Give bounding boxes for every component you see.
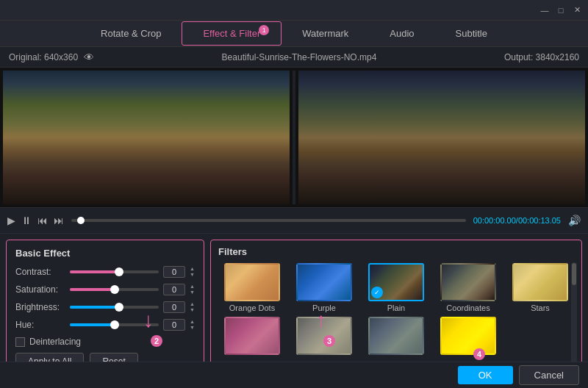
brightness-value[interactable]: 0 [163, 301, 185, 313]
maximize-button[interactable]: □ [556, 5, 566, 15]
effect-panel: Basic Effect Contrast: 0 ▲ ▼ Saturation:… [6, 240, 204, 382]
tab-effect-filter[interactable]: Effect & Filter 1 [182, 21, 282, 46]
brightness-row: Brightness: 0 ▲ ▼ [15, 301, 195, 313]
tab-watermark[interactable]: Watermark [282, 22, 369, 45]
brightness-fill [70, 306, 119, 309]
cancel-button[interactable]: Cancel [519, 365, 579, 385]
filter-label-orange-dots: Orange Dots [229, 303, 275, 312]
hue-down[interactable]: ▼ [190, 325, 195, 331]
annotation-number-3: 3 [323, 335, 335, 347]
annotation-number-4: 4 [473, 348, 485, 360]
progress-thumb[interactable] [77, 217, 85, 224]
filter-label-stars: Stars [531, 303, 550, 312]
video-preview-output [298, 71, 585, 204]
filter-label-coordinates: Coordinates [446, 303, 490, 312]
hue-label: Hue: [15, 320, 65, 330]
play-button[interactable]: ▶ [7, 215, 15, 226]
saturation-thumb[interactable] [110, 285, 119, 294]
tabs-row: Rotate & Crop Effect & Filter 1 Watermar… [0, 21, 588, 47]
hue-up[interactable]: ▲ [190, 319, 195, 325]
filter-thumb-purple[interactable] [296, 263, 352, 301]
close-button[interactable]: ✕ [572, 5, 582, 15]
contrast-slider[interactable] [70, 270, 159, 273]
filters-grid: Orange Dots Purple ✓ Plain Coordinates [218, 263, 574, 357]
contrast-fill [70, 270, 119, 273]
video-panel-original [3, 71, 290, 204]
filters-scrollbar[interactable] [571, 262, 577, 376]
saturation-down[interactable]: ▼ [190, 290, 195, 295]
filter-item-coordinates[interactable]: Coordinates [434, 263, 502, 312]
video-area [0, 68, 588, 207]
saturation-fill [70, 288, 115, 291]
output-resolution: Output: 3840x2160 [504, 52, 579, 62]
annotation-arrow-3: ↑ [316, 309, 326, 332]
eye-icon[interactable]: 👁 [84, 51, 94, 63]
filter-thumb-r2[interactable] [224, 317, 280, 355]
filter-item-stars[interactable]: Stars [506, 263, 574, 312]
saturation-value[interactable]: 0 [163, 284, 185, 295]
volume-icon[interactable]: 🔊 [568, 215, 581, 226]
tab-audio[interactable]: Audio [369, 22, 434, 45]
saturation-row: Saturation: 0 ▲ ▼ [15, 284, 195, 295]
filter-item-orange-dots[interactable]: Orange Dots [218, 263, 286, 312]
saturation-slider[interactable] [70, 288, 159, 291]
deinterlace-checkbox[interactable] [15, 337, 25, 347]
brightness-label: Brightness: [15, 302, 65, 312]
deinterlace-row: Deinterlacing [15, 337, 195, 347]
window-controls: — □ ✕ [539, 5, 582, 15]
prev-frame-button[interactable]: ⏮ [37, 215, 48, 226]
contrast-thumb[interactable] [115, 267, 123, 276]
contrast-down[interactable]: ▼ [190, 272, 195, 278]
saturation-spinner[interactable]: ▲ ▼ [190, 284, 195, 295]
file-info-bar: Original: 640x360 👁 Beautiful-Sunrise-Th… [0, 47, 588, 68]
ok-button[interactable]: OK [458, 366, 513, 384]
filter-item-purple[interactable]: Purple [290, 263, 358, 312]
filter-item-plain[interactable]: ✓ Plain [362, 263, 430, 312]
contrast-value[interactable]: 0 [163, 266, 185, 278]
video-panel-output [298, 71, 585, 204]
filter-thumb-r5[interactable] [440, 317, 496, 355]
deinterlace-label: Deinterlacing [29, 337, 81, 347]
filters-scroll-thumb[interactable] [572, 263, 576, 285]
filter-item-r4[interactable] [362, 317, 430, 357]
filename: Beautiful-Sunrise-The-Flowers-NO.mp4 [222, 52, 377, 62]
brightness-up[interactable]: ▲ [190, 301, 195, 307]
filters-panel: Filters Orange Dots Purple ✓ Plain [210, 240, 582, 382]
hue-fill [70, 323, 115, 326]
pause-button[interactable]: ⏸ [21, 215, 32, 226]
hue-spinner[interactable]: ▲ ▼ [190, 319, 195, 330]
contrast-row: Contrast: 0 ▲ ▼ [15, 266, 195, 278]
minimize-button[interactable]: — [539, 5, 550, 15]
filter-selected-check: ✓ [371, 287, 383, 298]
annotation-arrow-2: ↓ [143, 309, 154, 332]
contrast-spinner[interactable]: ▲ ▼ [190, 266, 195, 277]
file-info-left: Original: 640x360 👁 [9, 51, 94, 63]
filter-thumb-coordinates[interactable] [440, 263, 496, 301]
tab-rotate-crop[interactable]: Rotate & Crop [80, 22, 182, 45]
play-controls: ▶ ⏸ ⏮ ⏭ [7, 215, 64, 226]
effect-panel-title: Basic Effect [15, 248, 195, 259]
hue-thumb[interactable] [110, 320, 119, 329]
contrast-up[interactable]: ▲ [190, 266, 195, 272]
filter-thumb-stars[interactable] [512, 263, 568, 301]
brightness-down[interactable]: ▼ [190, 307, 195, 313]
next-frame-button[interactable]: ⏭ [54, 215, 64, 226]
filter-thumb-orange-dots[interactable] [224, 263, 280, 301]
filter-item-r2[interactable] [218, 317, 286, 357]
saturation-up[interactable]: ▲ [190, 284, 195, 290]
contrast-label: Contrast: [15, 267, 65, 277]
brightness-spinner[interactable]: ▲ ▼ [190, 301, 195, 312]
playback-bar: ▶ ⏸ ⏮ ⏭ 00:00:00.00/00:00:13.05 🔊 [0, 207, 588, 234]
filter-label-plain: Plain [387, 303, 405, 312]
brightness-thumb[interactable] [115, 303, 123, 312]
tab-badge: 1 [259, 25, 269, 35]
annotation-number-2: 2 [151, 335, 162, 347]
saturation-label: Saturation: [15, 284, 65, 295]
filters-title: Filters [218, 246, 574, 257]
tab-subtitle[interactable]: Subtitle [435, 22, 508, 45]
filter-thumb-r4[interactable] [368, 317, 424, 355]
progress-bar[interactable] [71, 219, 466, 222]
filter-thumb-plain[interactable]: ✓ [368, 263, 424, 301]
hue-value[interactable]: 0 [163, 319, 185, 331]
filter-item-r5[interactable] [434, 317, 502, 357]
